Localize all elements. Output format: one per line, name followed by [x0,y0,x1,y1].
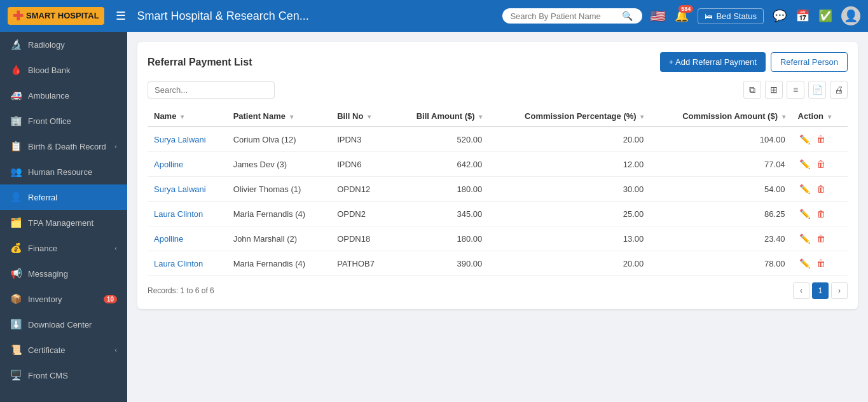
hamburger-icon[interactable]: ☰ [116,9,126,23]
row-name-1[interactable]: Apolline [148,152,227,177]
calendar-icon[interactable]: 📅 [796,9,809,23]
table-header-row: Name ▾ Patient Name ▾ Bill No ▾ Bill A [148,106,848,127]
row-name-0[interactable]: Surya Lalwani [148,127,227,152]
sidebar-label-messaging: Messaging [28,269,117,279]
sidebar-icon-blood-bank: 🩸 [10,64,22,76]
row-name-5[interactable]: Laura Clinton [148,251,227,276]
copy-icon[interactable]: ⧉ [743,81,761,99]
main-layout: 🔬 Radiology 🩸 Blood Bank 🚑 Ambulance 🏢 F… [0,32,868,402]
notification-badge: 584 [679,5,693,13]
table-row: Surya Lalwani Corium Olva (12) IPDN3 520… [148,127,848,152]
sidebar-item-messaging[interactable]: 📢 Messaging [0,261,127,286]
row-commpct-1: 12.00 [488,152,650,177]
edit-button-4[interactable]: ✏️ [798,232,811,245]
sidebar-item-birth-death[interactable]: 📋 Birth & Death Record ‹ [0,134,127,159]
bed-status-button[interactable]: 🛏 Bed Status [698,8,764,24]
col-name[interactable]: Name ▾ [148,106,227,127]
referral-payment-card: Referral Payment List + Add Referral Pay… [137,42,858,309]
header-icons: 🇺🇸 🔔 584 🛏 Bed Status 💬 📅 ✅ 👤 [650,6,860,25]
sidebar-item-inventory[interactable]: 📦 Inventory 10 [0,286,127,312]
row-name-2[interactable]: Surya Lalwani [148,177,227,202]
notification-wrap[interactable]: 🔔 584 [675,9,689,23]
sort-action-icon: ▾ [828,113,831,120]
sidebar-item-front-cms[interactable]: 🖥️ Front CMS [0,363,127,388]
row-billamount-0: 520.00 [392,127,489,152]
prev-page-button[interactable]: ‹ [793,282,809,299]
col-commission-pct[interactable]: Commission Percentage (%) ▾ [488,106,650,127]
logo[interactable]: ✚ SMART HOSPITAL [8,7,104,25]
sidebar-icon-referral: 👤 [10,191,22,203]
sidebar-label-front-office: Front Office [28,116,117,126]
sidebar-item-radiology[interactable]: 🔬 Radiology [0,32,127,57]
page-1-button[interactable]: 1 [812,282,829,299]
print-icon[interactable]: 🖨 [830,81,848,99]
card-title: Referral Payment List [148,57,252,68]
sidebar-icon-front-cms: 🖥️ [10,370,22,381]
sidebar-label-ambulance: Ambulance [28,91,117,100]
row-commamt-5: 78.00 [650,251,791,276]
edit-button-5[interactable]: ✏️ [798,257,811,270]
row-patient-4: John Marshall (2) [227,226,331,251]
whatsapp-icon[interactable]: 💬 [773,9,787,23]
delete-button-0[interactable]: 🗑 [815,133,827,146]
col-patient-name[interactable]: Patient Name ▾ [227,106,331,127]
row-action-0: ✏️ 🗑 [792,127,848,152]
sidebar-item-certificate[interactable]: 📜 Certificate ‹ [0,337,127,363]
table-row: Laura Clinton Maria Fernandis (4) PATHOB… [148,251,848,276]
delete-button-1[interactable]: 🗑 [815,158,827,170]
sidebar-item-finance[interactable]: 💰 Finance ‹ [0,235,127,261]
header-search-input[interactable] [510,11,618,21]
sidebar-item-referral[interactable]: 👤 Referral [0,184,127,210]
header-search[interactable]: 🔍 [502,8,642,24]
tasks-icon[interactable]: ✅ [818,9,832,23]
edit-button-2[interactable]: ✏️ [798,183,811,195]
sidebar-item-front-office[interactable]: 🏢 Front Office [0,108,127,134]
sidebar-item-tpa-management[interactable]: 🗂️ TPA Management [0,210,127,235]
sidebar-item-download-center[interactable]: ⬇️ Download Center [0,312,127,337]
sidebar-item-blood-bank[interactable]: 🩸 Blood Bank [0,57,127,83]
sidebar-item-ambulance[interactable]: 🚑 Ambulance [0,83,127,108]
sidebar-label-front-cms: Front CMS [28,371,117,380]
avatar[interactable]: 👤 [841,6,860,25]
referral-person-button[interactable]: Referral Person [771,52,848,72]
referral-payment-table: Name ▾ Patient Name ▾ Bill No ▾ Bill A [148,106,848,276]
sidebar-item-human-resource[interactable]: 👥 Human Resource [0,159,127,184]
next-page-button[interactable]: › [831,282,848,299]
row-commamt-2: 54.00 [650,177,791,202]
col-bill-amount[interactable]: Bill Amount ($) ▾ [392,106,489,127]
header-search-icon: 🔍 [622,11,633,21]
col-commission-amt[interactable]: Commission Amount ($) ▾ [650,106,791,127]
edit-button-0[interactable]: ✏️ [798,133,811,146]
row-name-4[interactable]: Apolline [148,226,227,251]
sidebar-icon-download-center: ⬇️ [10,319,22,330]
sidebar: 🔬 Radiology 🩸 Blood Bank 🚑 Ambulance 🏢 F… [0,32,127,402]
sort-name-icon: ▾ [181,113,184,120]
row-commpct-4: 13.00 [488,226,650,251]
sidebar-arrow-birth-death: ‹ [114,142,117,150]
row-action-5: ✏️ 🗑 [792,251,848,276]
delete-button-4[interactable]: 🗑 [815,232,827,245]
sort-patient-icon: ▾ [290,113,293,120]
csv-icon[interactable]: ≡ [787,81,804,99]
row-action-4: ✏️ 🗑 [792,226,848,251]
table-search-input[interactable] [148,81,275,99]
pdf-icon[interactable]: 📄 [808,81,826,99]
delete-button-3[interactable]: 🗑 [815,207,827,220]
flag-icon[interactable]: 🇺🇸 [650,8,666,24]
row-patient-1: James Dev (3) [227,152,331,177]
row-patient-2: Olivier Thomas (1) [227,177,331,202]
row-name-3[interactable]: Laura Clinton [148,202,227,226]
row-billno-5: PATHOB7 [331,251,392,276]
col-bill-no[interactable]: Bill No ▾ [331,106,392,127]
excel-icon[interactable]: ⊞ [765,81,783,99]
add-referral-payment-button[interactable]: + Add Referral Payment [660,52,766,72]
edit-button-3[interactable]: ✏️ [798,207,811,220]
edit-button-1[interactable]: ✏️ [798,158,811,170]
sidebar-icon-front-office: 🏢 [10,115,22,127]
row-billno-0: IPDN3 [331,127,392,152]
col-action: Action ▾ [792,106,848,127]
delete-button-2[interactable]: 🗑 [815,183,827,195]
delete-button-5[interactable]: 🗑 [815,257,827,270]
sidebar-icon-ambulance: 🚑 [10,90,22,101]
card-actions: + Add Referral Payment Referral Person [660,52,848,72]
